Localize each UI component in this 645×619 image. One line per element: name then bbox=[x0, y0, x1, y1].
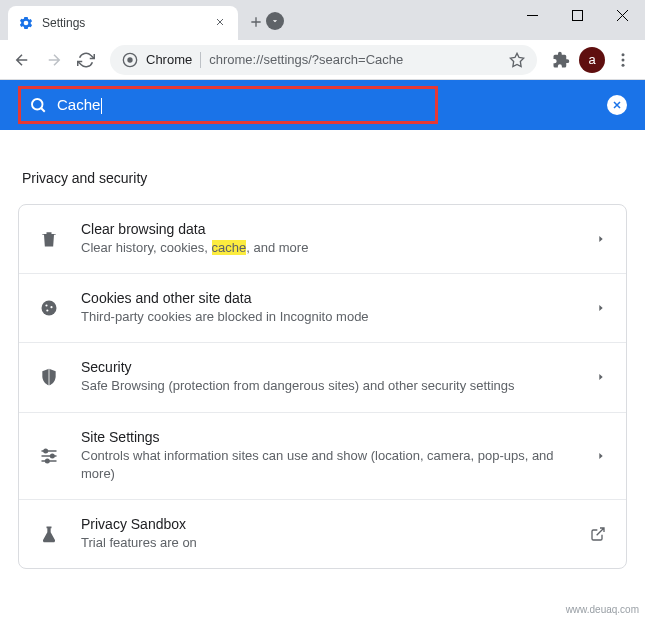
settings-content: Privacy and security Clear browsing data… bbox=[0, 130, 645, 593]
section-heading: Privacy and security bbox=[22, 170, 623, 186]
chevron-right-icon bbox=[596, 451, 606, 461]
omnibox-url: chrome://settings/?search=Cache bbox=[209, 52, 501, 67]
row-security[interactable]: Security Safe Browsing (protection from … bbox=[19, 343, 626, 412]
chevron-right-icon bbox=[596, 303, 606, 313]
row-clear-browsing-data[interactable]: Clear browsing data Clear history, cooki… bbox=[19, 205, 626, 274]
svg-point-10 bbox=[46, 310, 48, 312]
search-icon bbox=[29, 96, 47, 114]
clear-search-button[interactable] bbox=[607, 95, 627, 115]
watermark: www.deuaq.com bbox=[566, 604, 639, 615]
gear-icon bbox=[18, 15, 34, 31]
settings-search-bar: Cache bbox=[0, 80, 645, 130]
bookmark-star-icon[interactable] bbox=[509, 52, 525, 68]
svg-point-2 bbox=[127, 57, 132, 62]
browser-tab[interactable]: Settings bbox=[8, 6, 238, 40]
row-title: Clear browsing data bbox=[81, 221, 574, 237]
back-button[interactable] bbox=[8, 46, 36, 74]
svg-rect-0 bbox=[573, 10, 583, 20]
svg-point-7 bbox=[42, 301, 57, 316]
extensions-icon[interactable] bbox=[547, 46, 575, 74]
svg-point-3 bbox=[622, 53, 625, 56]
svg-point-13 bbox=[46, 459, 49, 462]
svg-point-4 bbox=[622, 58, 625, 61]
omnibox-origin: Chrome bbox=[146, 52, 192, 67]
tab-title: Settings bbox=[42, 16, 214, 30]
new-tab-button[interactable] bbox=[248, 14, 266, 32]
profile-avatar[interactable]: a bbox=[579, 47, 605, 73]
account-chevron-icon[interactable] bbox=[266, 12, 284, 30]
reload-button[interactable] bbox=[72, 46, 100, 74]
row-title: Security bbox=[81, 359, 574, 375]
address-bar[interactable]: Chrome chrome://settings/?search=Cache bbox=[110, 45, 537, 75]
row-subtitle: Third-party cookies are blocked in Incog… bbox=[81, 308, 574, 326]
row-title: Cookies and other site data bbox=[81, 290, 574, 306]
row-title: Privacy Sandbox bbox=[81, 516, 568, 532]
svg-point-11 bbox=[44, 449, 47, 452]
chevron-right-icon bbox=[596, 372, 606, 382]
row-subtitle: Safe Browsing (protection from dangerous… bbox=[81, 377, 574, 395]
browser-titlebar: Settings bbox=[0, 0, 645, 40]
svg-point-12 bbox=[51, 454, 54, 457]
row-subtitle: Controls what information sites can use … bbox=[81, 447, 574, 483]
site-info-icon[interactable] bbox=[122, 52, 138, 68]
row-title: Site Settings bbox=[81, 429, 574, 445]
forward-button[interactable] bbox=[40, 46, 68, 74]
search-query-text: Cache bbox=[57, 96, 102, 114]
svg-point-8 bbox=[45, 305, 47, 307]
row-text: Site Settings Controls what information … bbox=[81, 429, 574, 483]
shield-icon bbox=[39, 367, 59, 387]
menu-icon[interactable] bbox=[609, 46, 637, 74]
svg-point-5 bbox=[622, 63, 625, 66]
window-controls bbox=[510, 0, 645, 30]
row-subtitle: Clear history, cookies, cache, and more bbox=[81, 239, 574, 257]
settings-card: Clear browsing data Clear history, cooki… bbox=[18, 204, 627, 569]
row-text: Privacy Sandbox Trial features are on bbox=[81, 516, 568, 552]
settings-search-input[interactable]: Cache bbox=[18, 86, 438, 124]
row-text: Security Safe Browsing (protection from … bbox=[81, 359, 574, 395]
row-text: Clear browsing data Clear history, cooki… bbox=[81, 221, 574, 257]
row-privacy-sandbox[interactable]: Privacy Sandbox Trial features are on bbox=[19, 500, 626, 568]
svg-point-6 bbox=[32, 99, 43, 110]
row-site-settings[interactable]: Site Settings Controls what information … bbox=[19, 413, 626, 500]
cookie-icon bbox=[39, 298, 59, 318]
external-link-icon bbox=[590, 526, 606, 542]
minimize-button[interactable] bbox=[510, 0, 555, 30]
row-text: Cookies and other site data Third-party … bbox=[81, 290, 574, 326]
close-window-button[interactable] bbox=[600, 0, 645, 30]
svg-point-9 bbox=[50, 306, 52, 308]
trash-icon bbox=[39, 229, 59, 249]
row-cookies[interactable]: Cookies and other site data Third-party … bbox=[19, 274, 626, 343]
close-tab-icon[interactable] bbox=[214, 16, 228, 30]
flask-icon bbox=[39, 524, 59, 544]
row-subtitle: Trial features are on bbox=[81, 534, 568, 552]
browser-toolbar: Chrome chrome://settings/?search=Cache a bbox=[0, 40, 645, 80]
maximize-button[interactable] bbox=[555, 0, 600, 30]
omnibox-divider bbox=[200, 52, 201, 68]
tune-icon bbox=[39, 446, 59, 466]
chevron-right-icon bbox=[596, 234, 606, 244]
